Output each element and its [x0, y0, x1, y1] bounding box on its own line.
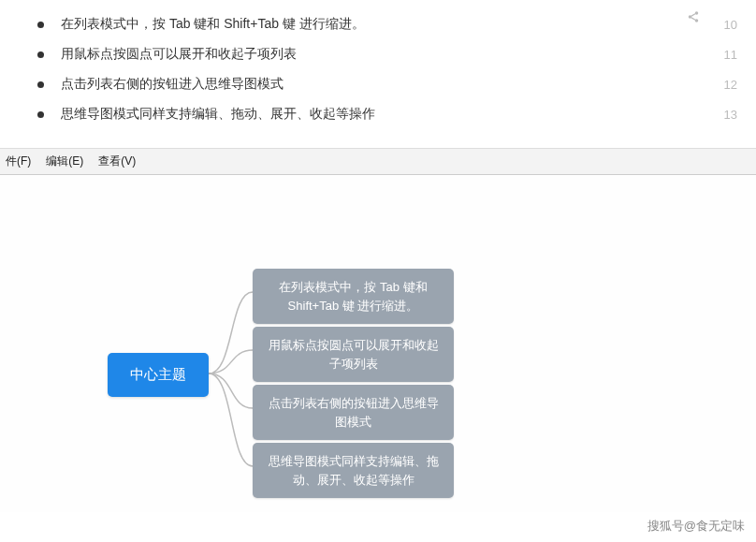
list-item-text[interactable]: 思维导图模式同样支持编辑、拖动、展开、收起等操作	[61, 106, 737, 123]
list-item-text[interactable]: 点击列表右侧的按钮进入思维导图模式	[61, 76, 737, 93]
menu-file[interactable]: 件(F)	[0, 152, 40, 171]
menu-edit[interactable]: 编辑(E)	[40, 152, 93, 171]
line-number: 10	[715, 18, 737, 32]
svg-point-1	[689, 15, 692, 19]
bullet-icon[interactable]	[37, 22, 44, 28]
list-item[interactable]: 思维导图模式同样支持编辑、拖动、展开、收起等操作 13	[37, 99, 737, 129]
child-node[interactable]: 用鼠标点按圆点可以展开和收起子项列表	[253, 327, 454, 382]
list-item[interactable]: 在列表模式中，按 Tab 键和 Shift+Tab 键 进行缩进。 10	[37, 9, 737, 39]
child-node[interactable]: 思维导图模式同样支持编辑、拖动、展开、收起等操作	[253, 443, 454, 498]
svg-point-2	[695, 19, 699, 22]
bullet-icon[interactable]	[37, 111, 44, 118]
child-node[interactable]: 在列表模式中，按 Tab 键和 Shift+Tab 键 进行缩进。	[253, 269, 454, 324]
bullet-icon[interactable]	[37, 51, 44, 58]
menu-bar: 件(F) 编辑(E) 查看(V)	[0, 148, 756, 175]
line-number: 11	[715, 48, 737, 62]
list-item[interactable]: 点击列表右侧的按钮进入思维导图模式 12	[37, 69, 737, 99]
share-icon[interactable]	[687, 10, 700, 23]
mindmap-canvas[interactable]: 中心主题 在列表模式中，按 Tab 键和 Shift+Tab 键 进行缩进。 用…	[0, 175, 756, 512]
list-item[interactable]: 用鼠标点按圆点可以展开和收起子项列表 11	[37, 39, 737, 69]
list-item-text[interactable]: 用鼠标点按圆点可以展开和收起子项列表	[61, 46, 737, 63]
bullet-icon[interactable]	[37, 81, 44, 88]
outline-list: 在列表模式中，按 Tab 键和 Shift+Tab 键 进行缩进。 10 用鼠标…	[0, 0, 756, 148]
child-node[interactable]: 点击列表右侧的按钮进入思维导图模式	[253, 385, 454, 440]
line-number: 12	[715, 78, 737, 92]
list-item-text[interactable]: 在列表模式中，按 Tab 键和 Shift+Tab 键 进行缩进。	[61, 16, 737, 33]
line-number: 13	[715, 108, 737, 122]
watermark-text: 搜狐号@食无定味	[647, 518, 745, 535]
svg-point-0	[695, 11, 699, 14]
central-topic-node[interactable]: 中心主题	[108, 353, 209, 397]
menu-view[interactable]: 查看(V)	[93, 152, 145, 171]
